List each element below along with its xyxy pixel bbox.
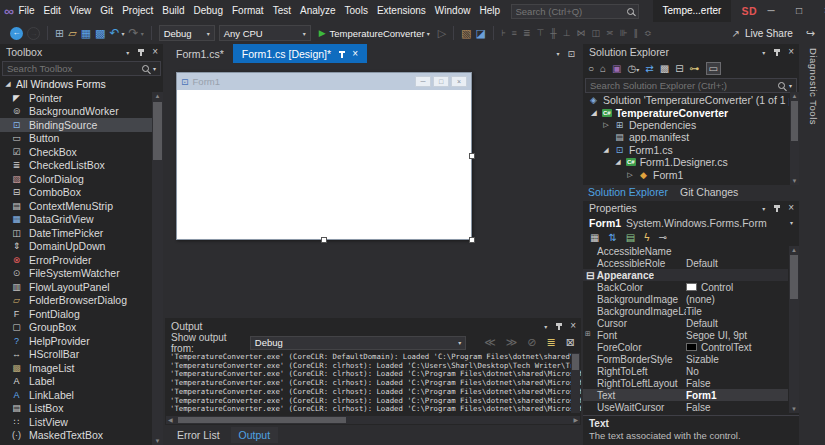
scroll-down-icon[interactable]: ▼: [152, 438, 163, 444]
toolbox-item-hscrollbar[interactable]: ↔HScrollBar: [0, 348, 152, 362]
property-row-backcolor[interactable]: BackColorControl: [583, 281, 788, 293]
toolbox-item-fontdialog[interactable]: FFontDialog: [0, 307, 152, 321]
toolbox-item-datagridview[interactable]: ▦DataGridView: [0, 213, 152, 227]
property-row-backgroundimagelayout[interactable]: BackgroundImageLayoutTile: [583, 305, 788, 317]
collapse-icon[interactable]: ⊟: [586, 270, 597, 281]
undo-icon[interactable]: ↶: [110, 26, 120, 40]
new-project-icon[interactable]: ⊞: [55, 27, 64, 40]
property-value[interactable]: False: [686, 378, 788, 389]
scroll-down-icon[interactable]: ▼: [789, 406, 799, 412]
output-log[interactable]: 'TemperatureConverter.exe' (CoreCLR: Def…: [165, 351, 581, 416]
scrollbar-thumb[interactable]: [153, 102, 162, 160]
scroll-down-icon[interactable]: ▼: [790, 178, 799, 184]
solution-configuration-dropdown[interactable]: Debug▾: [159, 25, 215, 41]
menu-git[interactable]: Git: [96, 0, 118, 22]
tree-item-form1-cs[interactable]: ◢⊡Form1.cs: [583, 144, 789, 156]
output-horizontal-scrollbar[interactable]: ◀ ▶: [166, 416, 580, 424]
align-tool-icon[interactable]: ∥: [633, 28, 638, 38]
window-position-icon[interactable]: ▾: [126, 49, 129, 56]
properties-object-dropdown[interactable]: Form1 System.Windows.Forms.Form ▾: [583, 215, 799, 230]
property-value[interactable]: ControlText: [686, 342, 788, 353]
property-pages-icon[interactable]: ⊸: [659, 232, 667, 243]
scrollbar-thumb[interactable]: [572, 354, 579, 370]
toolbox-item-helpprovider[interactable]: ?HelpProvider: [0, 334, 152, 348]
expander-icon[interactable]: ◢: [602, 146, 610, 154]
menu-tools[interactable]: Tools: [340, 0, 372, 22]
live-share-label[interactable]: Live Share: [745, 28, 793, 39]
align-tool-icon[interactable]: ⊪: [620, 28, 628, 38]
toolbox-item-groupbox[interactable]: ▢GroupBox: [0, 321, 152, 335]
image-editor-icon[interactable]: ◪: [476, 27, 486, 40]
toolbox-item-folderbrowserdialog[interactable]: ▱FolderBrowserDialog: [0, 294, 152, 308]
tab-list-dropdown-icon[interactable]: ▾: [556, 50, 559, 57]
property-value[interactable]: Segoe UI, 9pt: [686, 330, 788, 341]
property-row-appearance[interactable]: ⊟ Appearance: [583, 269, 788, 281]
menu-format[interactable]: Format: [227, 0, 268, 22]
pending-changes-filter-icon[interactable]: ◷▾: [628, 63, 640, 74]
tree-item-temperatureconverter[interactable]: ◢C#TemperatureConverter: [583, 106, 789, 118]
navigate-forward-icon[interactable]: →: [27, 27, 40, 40]
redo-icon[interactable]: ↷: [129, 26, 139, 40]
properties-scrollbar[interactable]: ▲ ▼: [789, 246, 799, 413]
property-row-righttoleft[interactable]: RightToLeftNo: [583, 365, 788, 377]
property-row-text[interactable]: TextForm1: [583, 389, 788, 401]
toolbox-item-domainupdown[interactable]: ⇕DomainUpDown: [0, 240, 152, 254]
property-value[interactable]: Default: [686, 318, 788, 329]
toolbox-item-contextmenustrip[interactable]: ▤ContextMenuStrip: [0, 199, 152, 213]
expander-icon[interactable]: ◢: [590, 109, 598, 117]
menu-view[interactable]: View: [65, 0, 96, 22]
menu-test[interactable]: Test: [268, 0, 295, 22]
scroll-up-icon[interactable]: ▲: [790, 93, 799, 99]
designed-form-titlebar[interactable]: ⊡ Form1 ─ □ ×: [177, 73, 471, 90]
solution-explorer-search-box[interactable]: ▾: [585, 78, 797, 93]
toolbox-item-errorprovider[interactable]: ⊗ErrorProvider: [0, 253, 152, 267]
toolbox-item-imagelist[interactable]: ▩ImageList: [0, 361, 152, 375]
scrollbar-thumb[interactable]: [178, 417, 346, 423]
property-row-accessiblerole[interactable]: AccessibleRoleDefault: [583, 257, 788, 269]
scrollbar-thumb[interactable]: [791, 101, 798, 141]
property-value[interactable]: False: [686, 402, 788, 413]
tree-item-solution-temperatureconverter-1-of-1-project-[interactable]: ◈Solution 'TemperatureConverter' (1 of 1…: [583, 94, 789, 106]
form-designer-surface[interactable]: ⊡ Form1 ─ □ ×: [165, 63, 581, 318]
pin-icon[interactable]: [136, 48, 145, 56]
live-share-icon[interactable]: ↗: [732, 28, 740, 39]
solution-explorer-scrollbar[interactable]: ▲ ▼: [790, 92, 799, 185]
clear-all-icon[interactable]: ⊠: [566, 336, 575, 349]
start-debugging-button[interactable]: ▶ TemperatureConverter ▾: [315, 28, 434, 39]
property-value[interactable]: Default: [686, 258, 788, 269]
diagnostic-tools-tab[interactable]: Diagnostic Tools: [808, 48, 819, 445]
toolbox-item-label[interactable]: ALabel: [0, 375, 152, 389]
designed-form[interactable]: ⊡ Form1 ─ □ ×: [176, 72, 472, 240]
property-value[interactable]: (none): [686, 294, 788, 305]
property-row-righttoleftlayout[interactable]: RightToLeftLayoutFalse: [583, 377, 788, 389]
toolbox-item-bindingsource[interactable]: ⊡BindingSource: [0, 118, 152, 132]
collapse-all-icon[interactable]: ⊟: [675, 63, 683, 74]
toolbox-item-listbox[interactable]: ▤ListBox: [0, 402, 152, 416]
align-tool-icon[interactable]: ╫: [550, 28, 556, 38]
align-tool-icon[interactable]: ≡: [512, 28, 517, 38]
property-row-usewaitcursor[interactable]: UseWaitCursorFalse: [583, 401, 788, 413]
align-tool-icon[interactable]: ⊥: [563, 28, 571, 38]
toolbox-item-linklabel[interactable]: ALinkLabel: [0, 388, 152, 402]
scroll-left-icon[interactable]: ◀: [168, 416, 173, 424]
align-tool-icon[interactable]: ⊤: [536, 28, 544, 38]
close-icon[interactable]: ×: [152, 47, 158, 57]
tree-item-dependencies[interactable]: ▷⊞Dependencies: [583, 119, 789, 131]
toolbox-item-filesystemwatcher[interactable]: ⊙FileSystemWatcher: [0, 267, 152, 281]
quick-search-box[interactable]: [511, 4, 639, 19]
quick-search-input[interactable]: [516, 6, 627, 17]
send-feedback-icon[interactable]: ↪: [806, 27, 815, 40]
find-in-files-icon[interactable]: ▧: [461, 27, 471, 40]
property-row-forecolor[interactable]: ForeColorControlText: [583, 341, 788, 353]
toolbox-item-backgroundworker[interactable]: ⊚BackgroundWorker: [0, 105, 152, 119]
menu-file[interactable]: File: [14, 0, 39, 22]
scrollbar-thumb[interactable]: [790, 255, 798, 299]
window-position-icon[interactable]: ▾: [544, 323, 547, 330]
scroll-up-icon[interactable]: ▲: [152, 93, 163, 99]
bottom-tab-error-list[interactable]: Error List: [169, 427, 228, 443]
close-button[interactable]: ×: [813, 0, 825, 22]
categorized-icon[interactable]: ▦: [590, 232, 599, 243]
pin-icon[interactable]: [554, 322, 563, 330]
maximize-button[interactable]: □: [785, 0, 813, 22]
toolbox-item-datetimepicker[interactable]: ◫DateTimePicker: [0, 226, 152, 240]
